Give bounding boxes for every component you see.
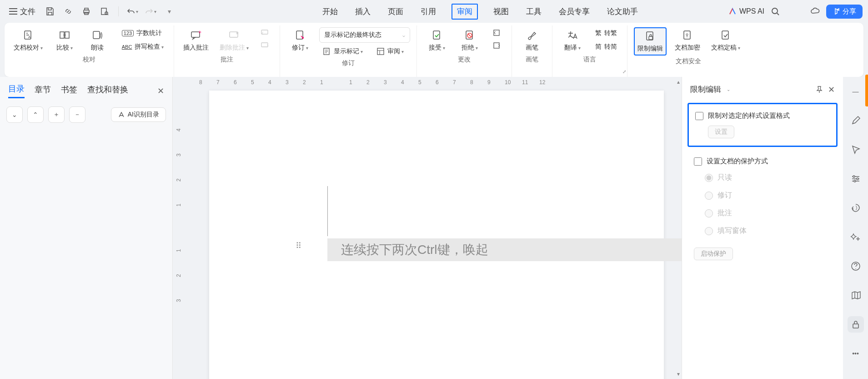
translate-button[interactable]: 翻译	[559, 27, 586, 54]
sparkle-tools-icon[interactable]	[848, 229, 864, 245]
print-preview-icon[interactable]	[97, 4, 112, 19]
wpsai-label: WPS AI	[739, 7, 764, 15]
nav-tab-chapter[interactable]: 章节	[35, 84, 51, 98]
review-pane-button[interactable]: 审阅	[373, 45, 407, 57]
style-settings-button[interactable]: 设置	[708, 126, 734, 138]
tab-insert[interactable]: 插入	[353, 4, 372, 20]
leaf-recycle-icon[interactable]	[848, 200, 864, 216]
nav-tab-bookmark[interactable]: 书签	[61, 84, 77, 98]
document-page[interactable]	[209, 91, 664, 379]
scroll-down-icon[interactable]: ▾	[677, 371, 680, 377]
read-aloud-button[interactable]: 朗读	[84, 27, 111, 54]
prev-comment-button[interactable]	[257, 27, 273, 38]
to-simplified-button[interactable]: 简 转简	[592, 41, 621, 53]
chevron-down-icon: ⌵	[402, 33, 405, 38]
tab-tools[interactable]: 工具	[524, 4, 543, 20]
tab-member[interactable]: 会员专享	[557, 4, 592, 20]
hruler-tick: 5	[251, 79, 254, 86]
radio-revise-input[interactable]	[705, 192, 713, 200]
add-button[interactable]: ＋	[48, 106, 65, 123]
vertical-scrollbar[interactable]: ▴ ▾	[675, 77, 682, 379]
scroll-up-icon[interactable]: ▴	[677, 79, 680, 85]
encrypt-button[interactable]: 文档加密	[672, 27, 703, 54]
compare-button[interactable]: 比较	[51, 27, 78, 54]
vruler-tick: 1	[176, 203, 182, 207]
cloud-sync-icon[interactable]	[808, 4, 823, 19]
prev-change-button[interactable]	[489, 27, 505, 38]
ai-toc-button[interactable]: AI识别目录	[111, 107, 166, 122]
file-menu[interactable]: 文件	[5, 5, 39, 19]
tab-page[interactable]: 页面	[386, 4, 405, 20]
brush-button[interactable]: 画笔	[518, 27, 546, 54]
map-bookmark-icon[interactable]	[848, 287, 864, 303]
tab-review[interactable]: 审阅	[452, 4, 478, 20]
print-icon[interactable]	[79, 4, 94, 19]
doc-check-button[interactable]: A 文档校对	[11, 27, 45, 54]
radio-readonly-input[interactable]	[705, 174, 713, 182]
help-icon[interactable]	[848, 258, 864, 274]
delete-comment-label: 删除批注	[220, 44, 249, 52]
search-icon[interactable]	[768, 4, 783, 19]
drag-handle-icon[interactable]: ⠿	[296, 241, 302, 251]
radio-revise[interactable]: 修订	[705, 191, 831, 200]
next-comment-button[interactable]	[257, 40, 273, 51]
remove-button[interactable]: －	[69, 106, 85, 123]
to-traditional-button[interactable]: 繁 转繁	[592, 27, 621, 39]
start-protect-button[interactable]: 启动保护	[694, 248, 733, 260]
protect-mode-checkbox-input[interactable]	[694, 157, 702, 166]
limit-style-checkbox-input[interactable]	[695, 112, 703, 120]
show-marks-button[interactable]: 显示标记	[319, 45, 366, 57]
track-changes-button[interactable]: 修订	[286, 27, 314, 54]
nav-tab-toc[interactable]: 目录	[8, 83, 25, 98]
reject-button[interactable]: 拒绝	[456, 27, 483, 54]
pin-icon[interactable]	[815, 86, 823, 94]
undo-icon[interactable]: ▾	[125, 4, 140, 19]
lock-icon[interactable]	[848, 316, 864, 333]
radio-form-input[interactable]	[705, 227, 713, 235]
panel-title-dropdown-icon[interactable]: ⌄	[727, 87, 730, 92]
radio-form[interactable]: 填写窗体	[705, 226, 831, 236]
vruler-tick: 2	[176, 274, 182, 277]
wps-ai-button[interactable]: WPS AI	[728, 7, 764, 15]
nav-tab-find-replace[interactable]: 查找和替换	[87, 84, 128, 98]
tab-thesis[interactable]: 论文助手	[605, 4, 640, 20]
lang-dialog-launcher[interactable]: ⤢	[622, 69, 626, 74]
collapse-up-button[interactable]: ⌃	[27, 106, 44, 123]
redo-icon[interactable]: ▾	[143, 4, 158, 19]
group-revise-label: 修订	[342, 59, 355, 69]
edit-pencil-icon[interactable]	[848, 112, 864, 129]
insert-comment-button[interactable]: + 插入批注	[181, 27, 211, 54]
save-icon[interactable]	[43, 4, 57, 19]
radio-comment-input[interactable]	[705, 209, 713, 217]
limit-style-box: 限制对选定的样式设置格式 设置	[687, 103, 838, 147]
radio-comment[interactable]: 批注	[705, 208, 831, 218]
tab-view[interactable]: 视图	[492, 4, 511, 20]
vertical-ruler[interactable]: 4 3 2 1 1 2 3	[173, 77, 186, 379]
share-button[interactable]: 分享	[826, 5, 863, 19]
select-cursor-icon[interactable]	[848, 141, 864, 158]
display-state-dropdown[interactable]: 显示标记的最终状态 ⌵	[319, 27, 410, 43]
finalize-button[interactable]: 文档定稿	[708, 27, 743, 54]
spell-check-button[interactable]: ABC 拼写检查	[118, 41, 167, 53]
restrict-edit-button[interactable]: 限制编辑	[634, 27, 667, 56]
settings-sliders-icon[interactable]	[848, 171, 864, 187]
panel-close-icon[interactable]: ✕	[828, 85, 835, 95]
accept-button[interactable]: 接受	[423, 27, 451, 54]
tab-reference[interactable]: 引用	[419, 4, 438, 20]
tab-start[interactable]: 开始	[321, 4, 340, 20]
delete-comment-button[interactable]: 删除批注	[217, 27, 251, 54]
expand-down-button[interactable]: ⌄	[6, 106, 23, 123]
more-dots-icon[interactable]: •••	[848, 345, 864, 362]
link-icon[interactable]	[61, 4, 75, 19]
hruler-tick: 12	[539, 79, 545, 86]
radio-readonly[interactable]: 只读	[705, 173, 831, 182]
minimize-icon[interactable]: —	[848, 83, 864, 100]
horizontal-ruler[interactable]: 8 7 6 5 4 3 2 1 1 2 3 4 5 6 7 8 9 10 11 …	[186, 77, 675, 88]
protect-mode-checkbox[interactable]: 设置文档的保护方式	[694, 157, 831, 166]
limit-style-checkbox[interactable]: 限制对选定的样式设置格式	[695, 111, 830, 120]
next-change-button[interactable]	[489, 40, 505, 51]
word-count-button[interactable]: 123 字数统计	[118, 27, 167, 39]
nav-close-icon[interactable]: ✕	[157, 86, 164, 96]
quick-access-more-icon[interactable]: ▾	[161, 4, 176, 19]
ribbon-toolbar: A 文档校对 比较 朗读 123 字数统计 ABC 拼写检查	[5, 23, 863, 77]
